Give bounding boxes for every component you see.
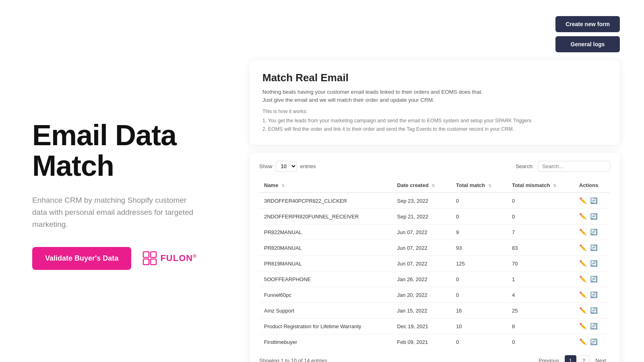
page-2-button[interactable]: 2 [578, 355, 590, 362]
search-input[interactable] [538, 161, 610, 172]
table-body: 3RDOFFER40PCPR822_CLICKER Sep 23, 2022 0… [259, 193, 610, 350]
cell-mismatch-0: 0 [507, 193, 574, 209]
cell-mismatch-8: 8 [507, 319, 574, 334]
edit-icon-0[interactable]: ✏️ [579, 197, 587, 204]
next-page-button[interactable]: Next [591, 356, 610, 362]
cell-mismatch-1: 0 [507, 209, 574, 224]
svg-rect-2 [143, 259, 149, 265]
cell-date-8: Dec 19, 2021 [392, 319, 451, 334]
info-title: Match Real Email [262, 72, 607, 84]
hero-subtitle: Enhance CRM by matching Shopify customer… [32, 194, 201, 231]
entries-select[interactable]: 10 25 50 [276, 161, 297, 172]
cell-actions-5: ✏️ 🔄 [574, 272, 610, 287]
cell-name-3: PR820MANUAL [259, 240, 392, 256]
refresh-icon-4[interactable]: 🔄 [590, 260, 598, 267]
cell-match-5: 0 [451, 272, 507, 287]
cell-mismatch-9: 0 [507, 334, 574, 350]
cell-name-4: PR819MANUAL [259, 256, 392, 272]
cell-date-2: Jun 07, 2022 [392, 224, 451, 240]
edit-icon-4[interactable]: ✏️ [579, 260, 587, 267]
general-logs-button[interactable]: General logs [555, 36, 620, 52]
hero-title: Email Data Match [32, 120, 217, 181]
refresh-icon-0[interactable]: 🔄 [590, 197, 598, 204]
edit-icon-9[interactable]: ✏️ [579, 338, 587, 346]
right-panel: Create new form General logs Match Real … [250, 16, 620, 362]
info-desc1: Nothing beats having your customer email… [262, 88, 607, 105]
cell-name-0: 3RDOFFER40PCPR822_CLICKER [259, 193, 392, 209]
refresh-icon-8[interactable]: 🔄 [590, 323, 598, 330]
table-card: Show 10 25 50 entries Search: Name ⇅ [250, 153, 620, 362]
fulon-logo-icon [142, 251, 157, 265]
edit-icon-5[interactable]: ✏️ [579, 276, 587, 283]
cell-match-9: 0 [451, 334, 507, 350]
cell-match-3: 93 [451, 240, 507, 256]
edit-icon-8[interactable]: ✏️ [579, 323, 587, 330]
sort-name-icon: ⇅ [281, 183, 285, 188]
table-row: Product Registration for Lifetime Warran… [259, 319, 610, 334]
left-panel: Email Data Match Enhance CRM by matching… [24, 120, 217, 269]
table-row: PR819MANUAL Jun 07, 2022 125 70 ✏️ 🔄 [259, 256, 610, 272]
cell-name-2: PR822MANUAL [259, 224, 392, 240]
cell-actions-0: ✏️ 🔄 [574, 193, 610, 209]
sort-match-icon: ⇅ [488, 183, 491, 188]
edit-icon-7[interactable]: ✏️ [579, 307, 587, 314]
refresh-icon-5[interactable]: 🔄 [590, 276, 598, 283]
cell-mismatch-2: 7 [507, 224, 574, 240]
previous-page-button[interactable]: Previous [535, 356, 563, 362]
show-label: Show [259, 163, 272, 169]
cell-date-9: Feb 09, 2021 [392, 334, 451, 350]
table-row: PR820MANUAL Jun 07, 2022 93 83 ✏️ 🔄 [259, 240, 610, 256]
cell-date-3: Jun 07, 2022 [392, 240, 451, 256]
sort-date-icon: ⇅ [431, 183, 435, 188]
cell-mismatch-6: 4 [507, 287, 574, 303]
top-buttons: Create new form General logs [250, 16, 620, 52]
table-row: 5OOFFEARPHONE Jan 26, 2022 0 1 ✏️ 🔄 [259, 272, 610, 287]
cell-date-4: Jun 07, 2022 [392, 256, 451, 272]
cell-name-8: Product Registration for Lifetime Warran… [259, 319, 392, 334]
cell-actions-7: ✏️ 🔄 [574, 303, 610, 319]
cell-mismatch-4: 70 [507, 256, 574, 272]
logo-container: FULON® [142, 251, 197, 265]
cell-date-6: Jan 20, 2022 [392, 287, 451, 303]
create-new-form-button[interactable]: Create new form [555, 16, 620, 32]
edit-icon-2[interactable]: ✏️ [579, 228, 587, 236]
cell-mismatch-3: 83 [507, 240, 574, 256]
table-row: 3RDOFFER40PCPR822_CLICKER Sep 23, 2022 0… [259, 193, 610, 209]
cell-mismatch-5: 1 [507, 272, 574, 287]
cell-actions-1: ✏️ 🔄 [574, 209, 610, 224]
table-row: Amz Support Jan 15, 2022 16 25 ✏️ 🔄 [259, 303, 610, 319]
col-total-mismatch: Total mismatch ⇅ [507, 178, 574, 193]
validate-button[interactable]: Validate Buyer's Data [32, 247, 131, 270]
cell-match-8: 10 [451, 319, 507, 334]
cell-match-2: 9 [451, 224, 507, 240]
sort-mismatch-icon: ⇅ [553, 183, 556, 188]
refresh-icon-6[interactable]: 🔄 [590, 291, 598, 298]
refresh-icon-3[interactable]: 🔄 [590, 244, 598, 251]
cell-name-9: Firsttimebuyer [259, 334, 392, 350]
edit-icon-3[interactable]: ✏️ [579, 244, 587, 251]
cell-name-1: 2NDOFFERPR820FUNNEL_RECEIVER [259, 209, 392, 224]
refresh-icon-7[interactable]: 🔄 [590, 307, 598, 314]
search-container: Search: [516, 161, 610, 172]
cell-name-6: Funnel60pc [259, 287, 392, 303]
table-row: 2NDOFFERPR820FUNNEL_RECEIVER Sep 21, 202… [259, 209, 610, 224]
cell-actions-4: ✏️ 🔄 [574, 256, 610, 272]
refresh-icon-1[interactable]: 🔄 [590, 213, 598, 220]
cell-name-5: 5OOFFEARPHONE [259, 272, 392, 287]
col-actions: Actions [574, 178, 610, 193]
entries-label: entries [300, 163, 316, 169]
cell-actions-2: ✏️ 🔄 [574, 224, 610, 240]
table-footer: Showing 1 to 10 of 14 entries Previous 1… [259, 355, 610, 362]
refresh-icon-2[interactable]: 🔄 [590, 228, 598, 236]
table-controls: Show 10 25 50 entries Search: [259, 161, 610, 172]
edit-icon-6[interactable]: ✏️ [579, 291, 587, 298]
table-row: Funnel60pc Jan 20, 2022 0 4 ✏️ 🔄 [259, 287, 610, 303]
page-1-button[interactable]: 1 [565, 355, 576, 362]
svg-rect-1 [151, 252, 156, 257]
refresh-icon-9[interactable]: 🔄 [590, 338, 598, 346]
cell-date-7: Jan 15, 2022 [392, 303, 451, 319]
info-steps: 1. You get the leads from your marketing… [262, 117, 607, 134]
info-how-title: This is how it works: [262, 109, 607, 114]
cell-date-0: Sep 23, 2022 [392, 193, 451, 209]
edit-icon-1[interactable]: ✏️ [579, 213, 587, 220]
